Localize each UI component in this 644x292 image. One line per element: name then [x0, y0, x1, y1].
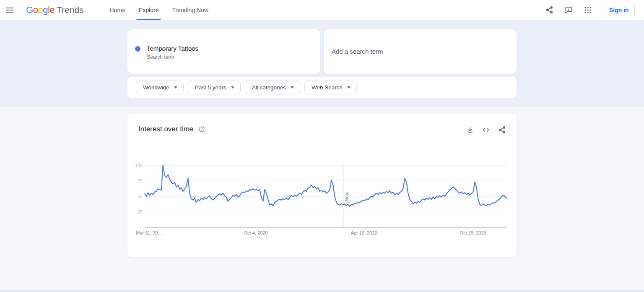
feedback-icon[interactable] — [561, 3, 576, 18]
y-axis-label: 50 — [127, 194, 143, 199]
y-axis-label: 100 — [127, 163, 143, 168]
apps-grid-icon[interactable] — [580, 3, 595, 18]
x-axis-label: Apr 10, 2022 — [351, 230, 377, 235]
chevron-down-icon — [291, 86, 294, 89]
trend-line — [145, 165, 506, 206]
y-axis-label: 25 — [127, 209, 143, 214]
primary-nav: Home Explore Trending Now — [103, 0, 215, 20]
chevron-down-icon — [174, 86, 177, 89]
main-content: Interest over time — [0, 107, 644, 292]
sign-in-button[interactable]: Sign in — [603, 4, 635, 16]
add-search-term-card[interactable]: Add a search term — [324, 29, 517, 74]
y-axis-label: 75 — [127, 178, 143, 183]
nav-trending-now[interactable]: Trending Now — [165, 0, 215, 20]
search-term-type: Search term — [147, 54, 174, 60]
x-axis-label: Oct 15, 2023 — [460, 230, 486, 235]
menu-icon[interactable] — [0, 0, 19, 20]
nav-home[interactable]: Home — [103, 0, 132, 20]
google-trends-logo[interactable]: Google Trends — [26, 5, 84, 16]
explore-search-band: Temporary Tattoos Search term Add a sear… — [0, 20, 644, 107]
nav-explore[interactable]: Explore — [132, 0, 165, 20]
search-term-card[interactable]: Temporary Tattoos Search term — [127, 29, 320, 74]
filter-time-dropdown[interactable]: Past 5 years — [188, 81, 241, 94]
product-name: Trends — [57, 5, 84, 15]
chevron-down-icon — [347, 86, 351, 89]
filter-search-type-dropdown[interactable]: Web Search — [304, 81, 357, 94]
filter-bar: Worldwide Past 5 years All categories We… — [127, 77, 517, 98]
add-search-term-placeholder: Add a search term — [332, 48, 383, 55]
series-color-dot — [135, 46, 140, 52]
share-icon[interactable] — [542, 3, 557, 18]
top-app-bar: Google Trends Home Explore Trending Now … — [0, 0, 644, 20]
x-axis-label: Oct 4, 2020 — [244, 230, 268, 235]
filter-category-dropdown[interactable]: All categories — [245, 81, 300, 94]
note-annotation[interactable]: Note — [344, 188, 350, 205]
interest-over-time-card: Interest over time — [127, 114, 517, 257]
x-axis-label: Mar 31, 20... — [136, 230, 162, 235]
search-term-value: Temporary Tattoos — [147, 45, 198, 52]
footer-edge — [0, 290, 644, 292]
trend-line-chart[interactable] — [127, 114, 517, 257]
chevron-down-icon — [231, 86, 234, 89]
filter-region-dropdown[interactable]: Worldwide — [136, 81, 184, 94]
google-logo: Google — [26, 5, 55, 16]
